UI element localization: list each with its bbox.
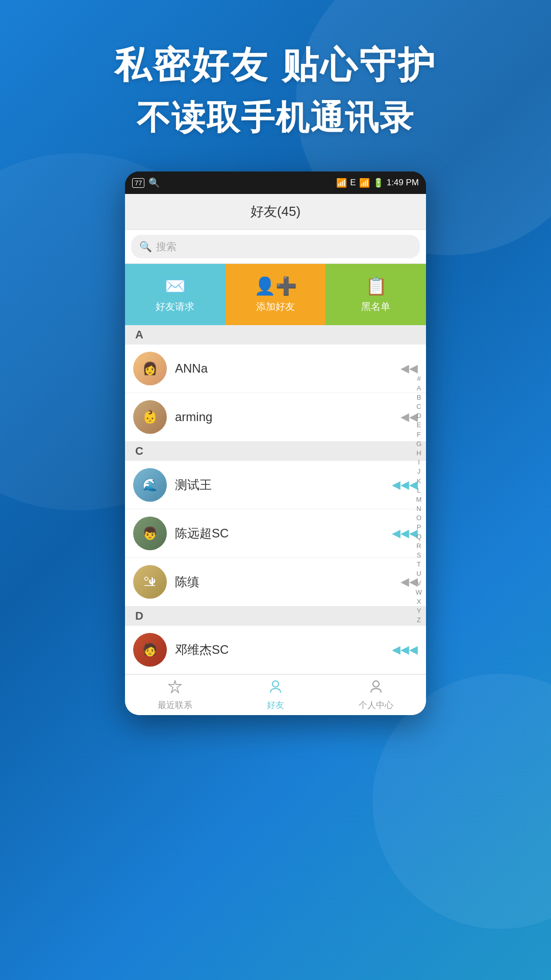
alpha-letter-t[interactable]: T bbox=[417, 560, 421, 569]
status-left: 77 🔍 bbox=[132, 177, 160, 188]
contact-item-ceshi[interactable]: 🌊 测试王 ◀◀◀ bbox=[125, 461, 426, 509]
nav-friends-label: 好友 bbox=[267, 699, 284, 711]
alpha-letter-f[interactable]: F bbox=[417, 430, 421, 439]
avatar-anna-img: 👩 bbox=[133, 352, 167, 385]
contact-item-deng[interactable]: 🧑 邓维杰SC ◀◀◀ bbox=[125, 626, 426, 674]
alpha-letter-h[interactable]: H bbox=[416, 449, 421, 458]
nav-profile[interactable]: 个人中心 bbox=[325, 679, 426, 711]
contacts-scroll: A 👩 ANNa ◀◀ 👶 arming ◀◀ C bbox=[125, 325, 426, 674]
alpha-letter-j[interactable]: J bbox=[417, 467, 421, 476]
contact-name-chenyuan: 陈远超SC bbox=[175, 525, 392, 542]
avatar-chenzhen-img: 🏜 bbox=[133, 565, 167, 599]
alpha-letter-y[interactable]: Y bbox=[417, 606, 421, 616]
contact-list-a: 👩 ANNa ◀◀ 👶 arming ◀◀ bbox=[125, 345, 426, 442]
alpha-letter-c[interactable]: C bbox=[416, 402, 421, 411]
avatar-arming-img: 👶 bbox=[133, 400, 167, 434]
contact-list-d: 🧑 邓维杰SC ◀◀◀ bbox=[125, 626, 426, 674]
contact-item-arming[interactable]: 👶 arming ◀◀ bbox=[125, 393, 426, 442]
contact-list-c: 🌊 测试王 ◀◀◀ 👦 陈远超SC ◀◀◀ 🏜 陈缜 bbox=[125, 461, 426, 606]
svg-point-2 bbox=[373, 681, 379, 687]
avatar-chenyuan-img: 👦 bbox=[133, 517, 167, 550]
time-label: 1:49 PM bbox=[387, 178, 419, 188]
svg-point-1 bbox=[272, 681, 279, 687]
alphabet-sidebar[interactable]: #ABCDEFGHIJKLMNOPQRSTUVWXYZ bbox=[412, 325, 426, 674]
friends-count-title: 好友(45) bbox=[251, 203, 300, 220]
contact-item-anna[interactable]: 👩 ANNa ◀◀ bbox=[125, 345, 426, 393]
contact-item-chenyuan[interactable]: 👦 陈远超SC ◀◀◀ bbox=[125, 509, 426, 558]
alpha-letter-o[interactable]: O bbox=[416, 513, 421, 523]
search-bar[interactable]: 🔍 搜索 bbox=[125, 230, 426, 264]
search-input-container[interactable]: 🔍 搜索 bbox=[131, 235, 420, 258]
nav-recent-icon bbox=[168, 679, 182, 697]
contact-item-chenzhen[interactable]: 🏜 陈缜 ◀◀ bbox=[125, 558, 426, 606]
contact-name-deng: 邓维杰SC bbox=[175, 642, 392, 658]
contact-name-ceshi: 测试王 bbox=[175, 477, 392, 493]
app-icon: 77 bbox=[132, 178, 144, 188]
nav-recent-label: 最近联系 bbox=[158, 699, 192, 711]
avatar-ceshi-img: 🌊 bbox=[133, 468, 167, 502]
add-friend-tab[interactable]: 👤➕ 添加好友 bbox=[226, 264, 326, 325]
svg-marker-0 bbox=[169, 680, 181, 693]
contact-name-arming: arming bbox=[175, 410, 400, 424]
app-content: 好友(45) 🔍 搜索 ✉️ 好友请求 👤➕ 添加好友 📋 黑名单 bbox=[125, 194, 426, 715]
blacklist-label: 黑名单 bbox=[361, 300, 390, 313]
battery-icon: 🔋 bbox=[373, 178, 384, 188]
contact-name-anna: ANNa bbox=[175, 361, 400, 376]
alpha-letter-k[interactable]: K bbox=[417, 477, 421, 486]
alpha-letter-g[interactable]: G bbox=[416, 439, 421, 449]
alpha-letter-v[interactable]: V bbox=[417, 579, 421, 588]
alpha-letter-q[interactable]: Q bbox=[416, 532, 421, 542]
alpha-letter-n[interactable]: N bbox=[416, 504, 421, 513]
contact-name-chenzhen: 陈缜 bbox=[175, 574, 400, 590]
friend-request-tab[interactable]: ✉️ 好友请求 bbox=[125, 264, 226, 325]
phone-frame: 77 🔍 📶 E 📶 🔋 1:49 PM 好友(45) 🔍 搜索 ✉️ bbox=[125, 172, 426, 715]
signal-icon: 📶 bbox=[359, 178, 370, 188]
section-header-a: A bbox=[125, 325, 426, 345]
avatar-deng-img: 🧑 bbox=[133, 633, 167, 667]
alpha-letter-u[interactable]: U bbox=[416, 569, 421, 578]
blacklist-tab[interactable]: 📋 黑名单 bbox=[325, 264, 426, 325]
alpha-letter-l[interactable]: L bbox=[417, 486, 420, 495]
avatar-arming: 👶 bbox=[133, 400, 167, 434]
wifi-icon: 📶 bbox=[336, 178, 347, 188]
search-status-icon: 🔍 bbox=[148, 177, 160, 188]
nav-recent[interactable]: 最近联系 bbox=[125, 679, 226, 711]
carrier-label: E bbox=[350, 178, 356, 188]
nav-friends[interactable]: 好友 bbox=[226, 679, 326, 711]
alpha-letter-e[interactable]: E bbox=[417, 421, 421, 430]
hero-line2: 不读取手机通讯录 bbox=[0, 95, 551, 141]
section-header-c: C bbox=[125, 442, 426, 461]
section-header-d: D bbox=[125, 606, 426, 626]
avatar-anna: 👩 bbox=[133, 352, 167, 385]
alpha-letter-m[interactable]: M bbox=[416, 495, 422, 504]
friend-request-icon: ✉️ bbox=[164, 276, 186, 296]
bottom-nav: 最近联系 好友 个人中心 bbox=[125, 674, 426, 715]
add-friend-icon: 👤➕ bbox=[254, 276, 297, 296]
alpha-letter-d[interactable]: D bbox=[416, 411, 421, 421]
nav-friends-icon bbox=[268, 679, 283, 697]
action-tabs: ✉️ 好友请求 👤➕ 添加好友 📋 黑名单 bbox=[125, 264, 426, 325]
avatar-chenyuan: 👦 bbox=[133, 517, 167, 550]
alpha-letter-s[interactable]: S bbox=[417, 551, 421, 560]
alpha-letter-a[interactable]: A bbox=[417, 384, 421, 393]
avatar-ceshi: 🌊 bbox=[133, 468, 167, 502]
alpha-letter-r[interactable]: R bbox=[416, 542, 421, 551]
alpha-letter-b[interactable]: B bbox=[417, 393, 421, 402]
nav-profile-icon bbox=[369, 679, 383, 697]
friend-request-label: 好友请求 bbox=[156, 300, 194, 313]
search-placeholder: 搜索 bbox=[156, 240, 177, 254]
alpha-letter-i[interactable]: I bbox=[418, 458, 420, 467]
alpha-letter-z[interactable]: Z bbox=[417, 616, 421, 625]
add-friend-label: 添加好友 bbox=[256, 300, 295, 313]
app-header: 好友(45) bbox=[125, 194, 426, 230]
alpha-letter-#[interactable]: # bbox=[417, 374, 420, 383]
status-right: 📶 E 📶 🔋 1:49 PM bbox=[336, 178, 419, 188]
status-bar: 77 🔍 📶 E 📶 🔋 1:49 PM bbox=[125, 172, 426, 194]
hero-text: 私密好友 贴心守护 不读取手机通讯录 bbox=[0, 0, 551, 141]
alpha-letter-w[interactable]: W bbox=[416, 588, 422, 597]
blacklist-icon: 📋 bbox=[365, 276, 387, 296]
avatar-chenzhen: 🏜 bbox=[133, 565, 167, 599]
alpha-letter-x[interactable]: X bbox=[417, 597, 421, 606]
hero-line1: 私密好友 贴心守护 bbox=[0, 41, 551, 90]
alpha-letter-p[interactable]: P bbox=[417, 523, 421, 532]
